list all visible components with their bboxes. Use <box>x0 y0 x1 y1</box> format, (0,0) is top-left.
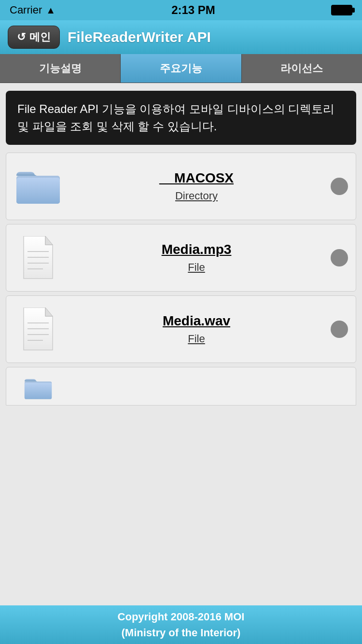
header: ↺ 메인 FileReaderWriter API <box>0 20 362 54</box>
folder-icon <box>14 167 62 206</box>
file-info: __MACOSX Directory <box>70 170 323 202</box>
file-list: __MACOSX Directory <box>0 153 362 605</box>
footer: Copyright 2008-2016 MOI (Ministry of the… <box>0 605 362 644</box>
status-bar: Carrier ▲ 2:13 PM <box>0 0 362 20</box>
footer-line2: (Ministry of the Interior) <box>118 625 245 641</box>
file-name: Media.wav <box>163 313 230 329</box>
list-item[interactable]: __MACOSX Directory <box>6 153 356 220</box>
file-select-radio[interactable] <box>331 321 348 338</box>
file-type: File <box>188 261 205 274</box>
document-icon <box>14 236 62 280</box>
back-button[interactable]: ↺ 메인 <box>8 26 60 49</box>
file-select-radio[interactable] <box>331 178 348 195</box>
list-item[interactable]: Media.mp3 File <box>6 224 356 292</box>
back-button-label: 메인 <box>29 30 51 44</box>
header-title: FileReaderWriter API <box>68 29 211 45</box>
footer-line1: Copyright 2008-2016 MOI <box>118 609 245 625</box>
file-info: Media.wav File <box>70 313 323 345</box>
folder-icon-partial <box>14 376 62 400</box>
file-name: __MACOSX <box>159 170 234 186</box>
file-name: Media.mp3 <box>162 242 232 257</box>
refresh-icon: ↺ <box>17 31 26 43</box>
description-box: File Reader API 기능을 이용하여 모바일 디바이스의 디렉토리 … <box>6 91 356 145</box>
file-type: File <box>188 333 205 345</box>
footer-copyright: Copyright 2008-2016 MOI (Ministry of the… <box>118 609 245 641</box>
tab-license[interactable]: 라이선스 <box>242 54 362 83</box>
carrier-label: Carrier <box>10 4 42 16</box>
wifi-icon: ▲ <box>46 5 56 16</box>
svg-rect-11 <box>25 383 52 399</box>
svg-rect-1 <box>16 178 60 204</box>
list-item-partial <box>6 367 356 406</box>
tab-main-features[interactable]: 주요기능 <box>121 54 241 83</box>
tab-features[interactable]: 기능설명 <box>0 54 121 83</box>
list-item[interactable]: Media.wav File <box>6 295 356 363</box>
file-info: Media.mp3 File <box>70 242 323 274</box>
carrier-wifi: Carrier ▲ <box>10 4 56 16</box>
battery-icon <box>331 5 352 15</box>
tab-bar: 기능설명 주요기능 라이선스 <box>0 54 362 83</box>
document-icon <box>14 308 62 351</box>
time-display: 2:13 PM <box>171 3 215 17</box>
file-type: Directory <box>175 190 218 202</box>
description-text: File Reader API 기능을 이용하여 모바일 디바이스의 디렉토리 … <box>17 100 345 135</box>
file-select-radio[interactable] <box>331 249 348 266</box>
